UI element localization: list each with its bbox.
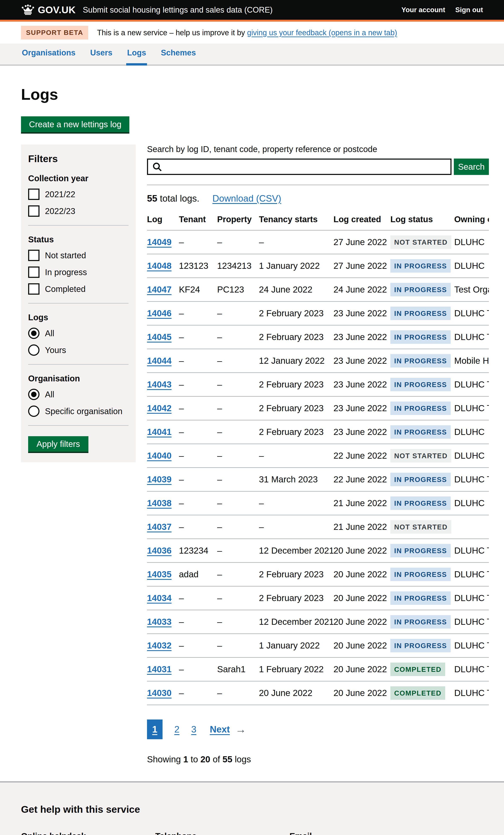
log-link-14043[interactable]: 14043	[147, 380, 172, 389]
column-header-log: Log	[147, 211, 179, 230]
cell-log-created: 20 June 2022	[334, 657, 390, 681]
cell-log-status: IN PROGRESS	[390, 349, 454, 373]
cell-owning-organisation: DLUHC Tes	[454, 657, 489, 681]
radio-logs-yours[interactable]: Yours	[28, 344, 128, 356]
checkbox-control[interactable]	[28, 266, 39, 278]
sign-out-link[interactable]: Sign out	[455, 6, 483, 14]
radio-organisation-all[interactable]: All	[28, 389, 128, 400]
radio-control[interactable]	[28, 389, 39, 400]
log-link-14038[interactable]: 14038	[147, 498, 172, 508]
checkbox-status-in-progress[interactable]: In progress	[28, 266, 128, 278]
option-label[interactable]: Not started	[45, 251, 86, 260]
log-link-14031[interactable]: 14031	[147, 664, 172, 674]
nav-item-logs[interactable]: Logs	[126, 48, 147, 65]
cell-log-status: IN PROGRESS	[390, 254, 454, 278]
checkbox-status-completed[interactable]: Completed	[28, 283, 128, 294]
log-link-14046[interactable]: 14046	[147, 308, 172, 318]
option-label[interactable]: Specific organisation	[45, 407, 122, 416]
radio-organisation-specific-organisation[interactable]: Specific organisation	[28, 406, 128, 417]
log-link-14032[interactable]: 14032	[147, 640, 172, 650]
cell-tenancy-starts: –	[259, 491, 334, 515]
table-row: 14045––2 February 202323 June 2022IN PRO…	[147, 325, 489, 349]
service-name-link[interactable]: Submit social housing lettings and sales…	[83, 5, 273, 15]
log-link-14033[interactable]: 14033	[147, 617, 172, 627]
cell-log-status: IN PROGRESS	[390, 563, 454, 586]
cell-log-created: 23 June 2022	[334, 396, 390, 420]
search-input[interactable]	[147, 159, 451, 175]
cell-tenant: –	[179, 515, 217, 539]
nav-item-schemes[interactable]: Schemes	[160, 48, 197, 65]
cell-log-status: COMPLETED	[390, 681, 454, 705]
cell-log-created: 23 June 2022	[334, 302, 390, 325]
footer-telephone-column: Telephone 0333 202 5084 Monday to Friday…	[155, 831, 289, 835]
cell-owning-organisation: DLUHC Tes	[454, 563, 489, 586]
checkbox-control[interactable]	[28, 205, 39, 217]
pagination-page-2[interactable]: 2	[174, 724, 179, 734]
download-csv-link[interactable]: Download (CSV)	[213, 193, 281, 204]
cell-log: 14047	[147, 278, 179, 302]
log-link-14039[interactable]: 14039	[147, 474, 172, 484]
cell-owning-organisation: DLUHC Tes	[454, 325, 489, 349]
log-link-14044[interactable]: 14044	[147, 356, 172, 366]
log-link-14041[interactable]: 14041	[147, 427, 172, 437]
cell-tenant: 123234	[179, 539, 217, 563]
option-label[interactable]: 2022/23	[45, 206, 75, 216]
table-row: 14036123234–12 December 202120 June 2022…	[147, 539, 489, 563]
log-link-14034[interactable]: 14034	[147, 593, 172, 603]
logs-table: LogTenantPropertyTenancy startsLog creat…	[147, 211, 489, 705]
checkbox-control[interactable]	[28, 283, 39, 294]
govuk-logo[interactable]: GOV.UK	[21, 4, 76, 16]
log-link-14040[interactable]: 14040	[147, 451, 172, 461]
your-account-link[interactable]: Your account	[402, 6, 445, 14]
radio-control[interactable]	[28, 406, 39, 417]
log-link-14048[interactable]: 14048	[147, 261, 172, 271]
option-label[interactable]: Completed	[45, 284, 85, 294]
cell-log-status: IN PROGRESS	[390, 468, 454, 491]
cell-log-created: 23 June 2022	[334, 420, 390, 444]
option-label[interactable]: Yours	[45, 345, 66, 355]
radio-logs-all[interactable]: All	[28, 328, 128, 339]
cell-log: 14034	[147, 586, 179, 610]
search-button[interactable]: Search	[454, 159, 489, 175]
feedback-link[interactable]: giving us your feedback (opens in a new …	[247, 28, 397, 37]
log-link-14042[interactable]: 14042	[147, 403, 172, 413]
status-badge: IN PROGRESS	[390, 378, 451, 391]
nav-item-organisations[interactable]: Organisations	[21, 48, 77, 65]
logs-main-column: Search by log ID, tenant code, property …	[147, 144, 489, 781]
create-lettings-log-button[interactable]: Create a new lettings log	[21, 116, 129, 132]
pagination-page-3[interactable]: 3	[191, 724, 196, 734]
option-label[interactable]: In progress	[45, 268, 87, 277]
cell-log-status: IN PROGRESS	[390, 491, 454, 515]
status-badge: IN PROGRESS	[390, 330, 451, 344]
table-row: 14034––2 February 202320 June 2022IN PRO…	[147, 586, 489, 610]
radio-control[interactable]	[28, 344, 39, 356]
table-row: 14038–––21 June 2022IN PROGRESSDLUHC	[147, 491, 489, 515]
checkbox-control[interactable]	[28, 250, 39, 261]
column-header-tenancy-starts: Tenancy starts	[259, 211, 334, 230]
log-link-14049[interactable]: 14049	[147, 237, 172, 247]
footer-email-title: Email	[289, 831, 435, 835]
checkbox-control[interactable]	[28, 189, 39, 200]
nav-item-users[interactable]: Users	[89, 48, 114, 65]
cell-log-created: 20 June 2022	[334, 610, 390, 634]
cell-tenant: –	[179, 230, 217, 254]
column-header-log-created: Log created	[334, 211, 390, 230]
pagination-current-page[interactable]: 1	[147, 719, 163, 739]
pagination-next-link[interactable]: Next	[210, 724, 230, 735]
checkbox-collection-year-2021-22[interactable]: 2021/22	[28, 189, 128, 200]
filter-divider	[28, 303, 128, 303]
apply-filters-button[interactable]: Apply filters	[28, 436, 88, 452]
log-link-14037[interactable]: 14037	[147, 522, 172, 532]
option-label[interactable]: 2021/22	[45, 190, 75, 199]
log-link-14030[interactable]: 14030	[147, 688, 172, 698]
log-link-14036[interactable]: 14036	[147, 546, 172, 555]
checkbox-collection-year-2022-23[interactable]: 2022/23	[28, 205, 128, 217]
checkbox-status-not-started[interactable]: Not started	[28, 250, 128, 261]
log-link-14047[interactable]: 14047	[147, 285, 172, 294]
log-link-14045[interactable]: 14045	[147, 332, 172, 342]
cell-tenancy-starts: 20 June 2022	[259, 681, 334, 705]
radio-control[interactable]	[28, 328, 39, 339]
log-link-14035[interactable]: 14035	[147, 569, 172, 579]
option-label[interactable]: All	[45, 390, 54, 399]
option-label[interactable]: All	[45, 329, 54, 338]
